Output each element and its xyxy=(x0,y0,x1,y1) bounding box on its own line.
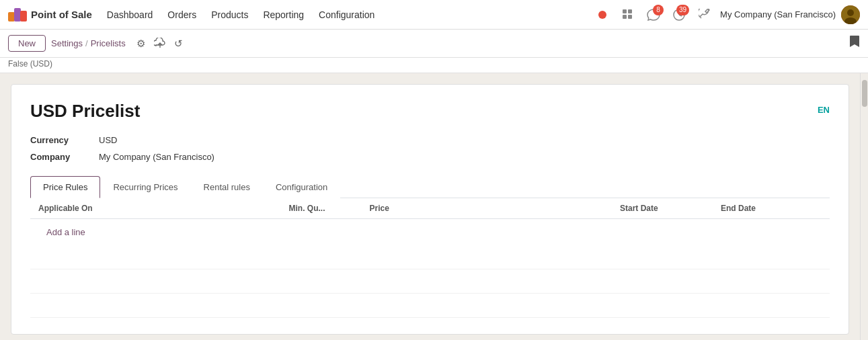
currency-label: Currency xyxy=(30,135,91,145)
apps-icon-btn[interactable] xyxy=(618,5,638,25)
add-line-link[interactable]: Add a line xyxy=(38,222,93,243)
brand-logo xyxy=(8,8,27,22)
navbar-actions: 8 39 My Company (San Francisco) xyxy=(592,5,860,25)
svg-point-3 xyxy=(598,11,606,19)
currency-field-row: Currency USD xyxy=(30,135,830,145)
table-row xyxy=(30,269,830,294)
svg-rect-0 xyxy=(8,12,15,22)
col-price: Price xyxy=(370,204,621,213)
svg-rect-6 xyxy=(623,15,627,19)
svg-rect-7 xyxy=(628,15,632,19)
nav-reporting[interactable]: Reporting xyxy=(256,5,311,24)
company-name[interactable]: My Company (San Francisco) xyxy=(720,9,836,19)
upload-cloud-icon xyxy=(154,38,166,50)
nav-configuration[interactable]: Configuration xyxy=(312,5,381,24)
main-content: USD Pricelist EN Currency USD Company My… xyxy=(0,73,860,340)
company-label: Company xyxy=(30,152,91,162)
content-area: USD Pricelist EN Currency USD Company My… xyxy=(0,73,860,340)
col-min-qty: Min. Qu... xyxy=(289,204,370,213)
breadcrumb: Settings / Pricelists xyxy=(51,38,126,48)
user-avatar[interactable] xyxy=(841,5,860,24)
brand-label: Point of Sale xyxy=(31,9,92,20)
col-end-date: End Date xyxy=(721,204,822,213)
scrollbar-thumb[interactable] xyxy=(862,80,867,107)
sub-breadcrumb-text: False (USD) xyxy=(8,59,52,69)
messages-icon-btn[interactable]: 8 xyxy=(643,5,664,25)
settings-icon-btn[interactable] xyxy=(695,5,715,25)
secondary-toolbar: New Settings / Pricelists ⚙ ↺ xyxy=(0,30,868,58)
svg-rect-1 xyxy=(14,8,21,22)
form-card: USD Pricelist EN Currency USD Company My… xyxy=(11,84,849,335)
breadcrumb-pricelists[interactable]: Pricelists xyxy=(91,38,126,48)
scrollbar[interactable] xyxy=(860,73,868,340)
table-body: Add a line xyxy=(30,219,830,318)
tab-recurring-prices[interactable]: Recurring Prices xyxy=(100,176,190,198)
navbar-menu: Dashboard Orders Products Reporting Conf… xyxy=(100,5,590,24)
sub-breadcrumb: False (USD) xyxy=(0,58,868,73)
table-row xyxy=(30,245,830,269)
tabs-container: Price Rules Recurring Prices Rental rule… xyxy=(30,175,830,198)
tab-rental-rules[interactable]: Rental rules xyxy=(191,176,263,198)
nav-orders[interactable]: Orders xyxy=(161,5,203,24)
form-title: USD Pricelist xyxy=(30,101,140,122)
upload-icon-btn[interactable] xyxy=(153,36,167,51)
gear-icon-btn[interactable]: ⚙ xyxy=(134,36,149,51)
brand[interactable]: Point of Sale xyxy=(8,8,92,22)
svg-rect-2 xyxy=(20,11,27,22)
bookmark-icon xyxy=(849,35,860,48)
red-dot-icon xyxy=(598,11,606,19)
svg-rect-4 xyxy=(623,9,627,13)
svg-rect-5 xyxy=(628,9,632,13)
nav-products[interactable]: Products xyxy=(204,5,255,24)
toolbar-right xyxy=(849,35,860,52)
col-applicable-on: Applicable On xyxy=(38,204,289,213)
tab-price-rules[interactable]: Price Rules xyxy=(30,176,100,198)
tab-configuration[interactable]: Configuration xyxy=(263,176,340,198)
page-wrapper: USD Pricelist EN Currency USD Company My… xyxy=(0,73,868,340)
svg-point-12 xyxy=(847,9,854,16)
messages-badge: 8 xyxy=(653,5,664,15)
new-button[interactable]: New xyxy=(8,35,46,52)
add-line-container: Add a line xyxy=(30,219,830,245)
avatar-image xyxy=(841,5,860,24)
col-start-date: Start Date xyxy=(620,204,721,213)
navbar: Point of Sale Dashboard Orders Products … xyxy=(0,0,868,30)
toolbar-icons: ⚙ ↺ xyxy=(134,36,186,51)
en-badge[interactable]: EN xyxy=(818,105,830,115)
bookmark-icon-btn[interactable] xyxy=(849,35,860,52)
table-container: Applicable On Min. Qu... Price Start Dat… xyxy=(30,198,830,318)
status-indicator[interactable] xyxy=(592,5,613,25)
table-row xyxy=(30,294,830,318)
currency-value: USD xyxy=(99,135,117,145)
apps-icon xyxy=(622,9,634,21)
activity-badge: 39 xyxy=(676,5,689,15)
refresh-icon-btn[interactable]: ↺ xyxy=(171,36,186,51)
tabs: Price Rules Recurring Prices Rental rule… xyxy=(30,175,830,198)
breadcrumb-settings[interactable]: Settings xyxy=(51,38,83,48)
table-header: Applicable On Min. Qu... Price Start Dat… xyxy=(30,198,830,219)
company-value: My Company (San Francisco) xyxy=(99,152,214,162)
company-field-row: Company My Company (San Francisco) xyxy=(30,152,830,162)
wrench-icon xyxy=(699,9,711,21)
nav-dashboard[interactable]: Dashboard xyxy=(100,5,160,24)
activity-icon-btn[interactable]: 39 xyxy=(669,5,689,25)
breadcrumb-separator: / xyxy=(85,38,88,48)
